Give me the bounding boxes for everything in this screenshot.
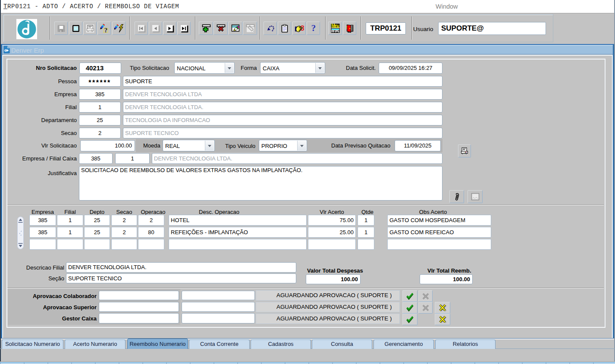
svg-text:?: ? [104,26,107,33]
svg-text:?: ? [311,24,316,33]
